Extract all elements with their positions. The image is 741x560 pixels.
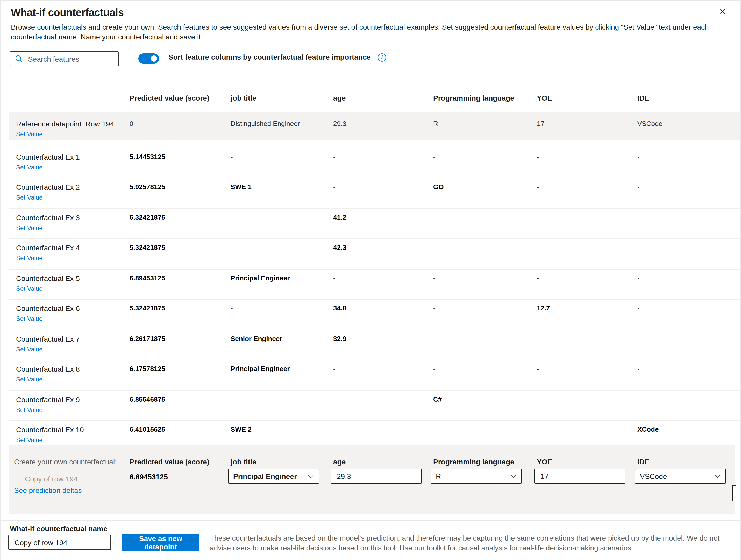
- row-value: -: [230, 300, 333, 326]
- row-value: -: [537, 178, 637, 205]
- create-field-input[interactable]: [534, 469, 625, 484]
- counterfactual-rows: Counterfactual Ex 1Set Value5.14453125--…: [9, 147, 740, 445]
- set-value-link[interactable]: Set Value: [16, 345, 43, 354]
- row-value: -: [433, 330, 537, 357]
- create-field-dropdown[interactable]: R: [430, 469, 522, 484]
- row-value: 5.92578125: [130, 178, 230, 205]
- set-value-link[interactable]: Set Value: [16, 193, 43, 202]
- row-value: -: [433, 421, 537, 445]
- row-value: -: [637, 360, 740, 387]
- row-value: -: [230, 390, 333, 418]
- create-section-left: Create your own counterfactual: Copy of …: [9, 458, 130, 495]
- table-header-row: Predicted value (score) job title age Pr…: [9, 94, 740, 102]
- set-value-link[interactable]: Set Value: [16, 406, 43, 414]
- set-value-link[interactable]: Set Value: [16, 436, 43, 445]
- counterfactual-row: Counterfactual Ex 7Set Value6.26171875Se…: [9, 329, 740, 360]
- row-value: 6.17578125: [130, 360, 230, 387]
- row-value: -: [637, 330, 740, 357]
- sort-importance-toggle[interactable]: [138, 53, 159, 64]
- see-prediction-deltas-link[interactable]: See prediction deltas: [14, 486, 82, 494]
- row-header: Counterfactual Ex 5Set Value: [9, 269, 130, 296]
- set-value-link[interactable]: Set Value: [16, 375, 43, 384]
- counterfactual-row: Counterfactual Ex 5Set Value6.89453125Pr…: [9, 269, 740, 299]
- close-icon[interactable]: ✕: [719, 7, 726, 17]
- create-field-dropdown[interactable]: VSCode: [635, 469, 726, 484]
- reference-value-yoe: 17: [537, 113, 637, 140]
- whatif-name-field[interactable]: [8, 535, 111, 550]
- create-field-input[interactable]: [331, 469, 422, 484]
- counterfactual-row: Counterfactual Ex 4Set Value5.32421875-4…: [9, 238, 740, 269]
- counterfactual-row: Counterfactual Ex 6Set Value5.32421875-3…: [9, 299, 740, 329]
- row-header: Counterfactual Ex 8Set Value: [9, 360, 130, 387]
- row-value: 32.9: [333, 330, 433, 357]
- counterfactual-row: Counterfactual Ex 3Set Value5.32421875-4…: [9, 208, 740, 238]
- whatif-name-label: What-if counterfactual name: [10, 524, 108, 533]
- search-features-box[interactable]: [10, 51, 119, 66]
- set-value-link[interactable]: Set Value: [16, 254, 43, 263]
- row-header: Counterfactual Ex 6Set Value: [9, 300, 130, 326]
- row-header: Counterfactual Ex 7Set Value: [9, 330, 130, 357]
- row-label: Counterfactual Ex 5: [16, 273, 130, 283]
- set-value-link[interactable]: Set Value: [16, 163, 43, 172]
- row-value: 5.14453125: [130, 148, 230, 175]
- create-field-yoe: YOE: [537, 458, 637, 495]
- row-value: C#: [433, 390, 537, 418]
- reference-value-programming-language: R: [433, 113, 537, 140]
- counterfactual-name-text: Copy of row 194: [25, 475, 130, 483]
- search-icon: [15, 55, 23, 63]
- set-value-link[interactable]: Set Value: [16, 315, 43, 323]
- row-value: -: [537, 360, 637, 387]
- row-header: Counterfactual Ex 4Set Value: [9, 239, 130, 266]
- row-value: 5.32421875: [130, 300, 230, 326]
- row-value: XCode: [637, 421, 740, 445]
- field-text-input[interactable]: [539, 472, 619, 481]
- info-icon[interactable]: i: [378, 53, 386, 62]
- create-predicted-header: Predicted value (score): [130, 458, 230, 466]
- whatif-counterfactuals-dialog: What-if counterfactuals ✕ Browse counter…: [0, 0, 741, 560]
- header-spacer: [9, 94, 130, 102]
- row-value: -: [537, 269, 637, 296]
- create-predicted-cell: Predicted value (score) 6.89453125: [130, 458, 230, 495]
- set-value-link[interactable]: Set Value: [16, 284, 43, 293]
- row-value: Principal Engineer: [230, 360, 333, 387]
- row-header: Counterfactual Ex 10Set Value: [9, 421, 130, 445]
- row-value: 41.2: [333, 208, 433, 236]
- reference-value-ide: VSCode: [637, 113, 740, 140]
- counterfactual-row: Counterfactual Ex 1Set Value5.14453125--…: [9, 147, 740, 178]
- set-value-link[interactable]: Set Value: [16, 130, 43, 139]
- row-label: Counterfactual Ex 3: [16, 213, 130, 223]
- row-header: Counterfactual Ex 9Set Value: [9, 390, 130, 418]
- reference-row-label: Reference datapoint: Row 194: [16, 119, 130, 129]
- row-value: -: [637, 390, 740, 418]
- row-value: Principal Engineer: [230, 269, 333, 296]
- row-value: -: [537, 208, 637, 236]
- create-field-age: age: [333, 458, 433, 495]
- create-field-programming-language: Programming languageR: [433, 458, 537, 495]
- counterfactual-row: Counterfactual Ex 9Set Value6.85546875--…: [9, 390, 740, 420]
- set-value-link[interactable]: Set Value: [16, 224, 43, 233]
- row-label: Counterfactual Ex 9: [16, 395, 130, 405]
- create-field-label: Programming language: [433, 458, 537, 466]
- column-header-job-title: job title: [230, 94, 333, 102]
- row-value: -: [637, 269, 740, 296]
- search-input[interactable]: [27, 54, 118, 63]
- save-as-new-datapoint-button[interactable]: Save as new datapoint: [122, 534, 200, 551]
- row-label: Counterfactual Ex 2: [16, 182, 130, 192]
- chevron-down-icon: [511, 474, 517, 478]
- row-value: -: [230, 239, 333, 266]
- row-header: Counterfactual Ex 3Set Value: [9, 208, 130, 236]
- row-value: -: [537, 330, 637, 357]
- create-field-job-title: job titlePrincipal Engineer: [230, 458, 333, 495]
- create-field-dropdown[interactable]: Principal Engineer: [228, 469, 319, 484]
- row-value: -: [433, 239, 537, 266]
- column-header-age: age: [333, 94, 433, 102]
- row-value: -: [433, 300, 537, 326]
- row-value: -: [637, 148, 740, 175]
- create-field-label: age: [333, 458, 433, 466]
- row-value: -: [537, 421, 637, 445]
- counterfactual-row: Counterfactual Ex 2Set Value5.92578125SW…: [9, 178, 740, 208]
- field-text-input[interactable]: [336, 472, 416, 481]
- reference-value-age: 29.3: [333, 113, 433, 140]
- whatif-name-input[interactable]: [13, 538, 104, 547]
- row-value: 34.8: [333, 300, 433, 326]
